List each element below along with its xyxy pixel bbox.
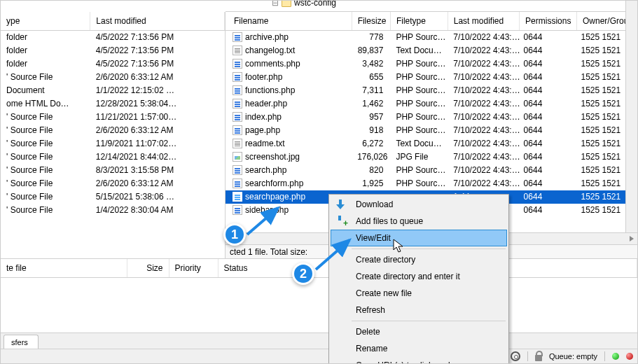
- annotation-arrow-1: [244, 204, 284, 239]
- local-file-list[interactable]: ype Last modified folder4/5/2022 7:13:56…: [1, 12, 226, 258]
- menu-create-directory-enter[interactable]: Create directory and enter it: [331, 268, 507, 285]
- col-filesize[interactable]: Filesize: [352, 12, 390, 31]
- annotation-arrow-2: [313, 236, 355, 274]
- table-row[interactable]: search.php820PHP Sourc…7/10/2022 4:43:…0…: [226, 164, 637, 177]
- php-file-icon: [233, 99, 242, 108]
- table-row[interactable]: index.php957PHP Sourc…7/10/2022 4:43:…06…: [226, 111, 637, 124]
- led-green-icon: [612, 353, 619, 360]
- menu-refresh[interactable]: Refresh: [331, 302, 507, 318]
- table-row[interactable]: archive.php778PHP Sourc…7/10/2022 4:43:……: [226, 31, 637, 44]
- col-last-modified[interactable]: Last modified: [90, 12, 225, 31]
- table-row[interactable]: ome HTML Do…12/28/2021 5:38:04…: [1, 97, 225, 111]
- tree-scrollbar[interactable]: [625, 0, 637, 12]
- php-file-icon: [233, 85, 242, 95]
- table-row[interactable]: header.php1,462PHP Sourc…7/10/2022 4:43:…: [226, 97, 637, 111]
- table-row[interactable]: ' Source File8/3/2021 3:15:58 PM: [1, 164, 225, 177]
- download-icon: [335, 198, 347, 211]
- queue-col-priority[interactable]: Priority: [169, 259, 218, 278]
- col-filetype[interactable]: Filetype: [390, 12, 448, 31]
- table-row[interactable]: folder4/5/2022 7:13:56 PM: [1, 31, 225, 44]
- menu-create-directory[interactable]: Create directory: [331, 251, 507, 268]
- menu-add-files-to-queue[interactable]: Add files to queue: [331, 213, 507, 230]
- gear-icon[interactable]: [511, 351, 520, 361]
- queue-col-file[interactable]: te file: [1, 259, 127, 278]
- table-row[interactable]: changelog.txt89,837Text Docu…7/10/2022 4…: [226, 44, 637, 57]
- table-row[interactable]: comments.php3,482PHP Sourc…7/10/2022 4:4…: [226, 57, 637, 71]
- table-row[interactable]: page.php918PHP Sourc…7/10/2022 4:43:…064…: [226, 124, 637, 137]
- table-row[interactable]: ' Source File12/14/2021 8:44:02…: [1, 150, 225, 164]
- php-file-icon: [233, 125, 242, 135]
- jpg-file-icon: [233, 152, 242, 162]
- table-row[interactable]: ' Source File11/21/2021 1:57:00…: [1, 111, 225, 124]
- menu-download[interactable]: Download: [331, 196, 507, 213]
- context-menu: Download Add files to queue View/Edit Cr…: [328, 194, 509, 364]
- txt-file-icon: [233, 139, 242, 148]
- menu-view-edit[interactable]: View/Edit: [331, 230, 507, 246]
- annotation-callout-1: 1: [223, 223, 246, 246]
- php-file-icon: [233, 72, 242, 82]
- table-row[interactable]: screenshot.jpg176,026JPG File7/10/2022 4…: [226, 150, 637, 164]
- queue-col-size[interactable]: Size: [127, 259, 169, 278]
- table-row[interactable]: ' Source File5/15/2021 5:38:06 …: [1, 190, 225, 204]
- table-row[interactable]: folder4/5/2022 7:13:56 PM: [1, 57, 225, 71]
- table-row[interactable]: functions.php7,311PHP Sourc…7/10/2022 4:…: [226, 84, 637, 97]
- php-file-icon: [233, 165, 242, 175]
- col-last-modified[interactable]: Last modified: [448, 12, 519, 31]
- menu-rename[interactable]: Rename: [331, 340, 507, 357]
- php-file-icon: [233, 59, 242, 69]
- col-filetype[interactable]: ype: [1, 12, 90, 31]
- remote-scrollbar-vertical[interactable]: [625, 12, 637, 232]
- tree-folder-label[interactable]: wstc-config: [294, 0, 336, 8]
- table-row[interactable]: footer.php655PHP Sourc…7/10/2022 4:43:…0…: [226, 71, 637, 84]
- php-file-icon: [233, 178, 242, 188]
- menu-copy-urls[interactable]: Copy URL(s) to clipboard: [331, 357, 507, 364]
- status-bar: Queue: empty: [1, 349, 637, 363]
- table-row[interactable]: folder4/5/2022 7:13:56 PM: [1, 44, 225, 57]
- menu-create-new-file[interactable]: Create new file: [331, 285, 507, 302]
- table-row[interactable]: ' Source File11/9/2021 11:07:02…: [1, 137, 225, 150]
- php-file-icon: [233, 32, 242, 42]
- table-row[interactable]: searchform.php1,925PHP Sourc…7/10/2022 4…: [226, 177, 637, 190]
- led-red-icon: [626, 353, 633, 360]
- col-filename[interactable]: Filename: [226, 12, 352, 31]
- table-row[interactable]: ' Source File2/6/2020 6:33:12 AM: [1, 124, 225, 137]
- table-row[interactable]: ' Source File2/6/2020 6:33:12 AM: [1, 71, 225, 84]
- annotation-callout-2: 2: [292, 262, 314, 285]
- php-file-icon: [233, 192, 242, 202]
- table-row[interactable]: Document1/1/2022 12:15:02 …: [1, 84, 225, 97]
- php-file-icon: [233, 205, 242, 215]
- txt-file-icon: [233, 46, 242, 55]
- queue-status-label: Queue: empty: [549, 352, 597, 360]
- folder-icon: [282, 0, 291, 7]
- tab-transfers[interactable]: sfers: [4, 335, 39, 349]
- table-row[interactable]: readme.txt6,272Text Docu…7/10/2022 4:43:…: [226, 137, 637, 150]
- col-permissions[interactable]: Permissions: [520, 12, 577, 31]
- php-file-icon: [233, 112, 242, 122]
- lock-icon[interactable]: [535, 355, 542, 361]
- bottom-tab-bar: sfers: [1, 332, 637, 349]
- add-queue-icon: [335, 215, 347, 227]
- table-row[interactable]: ' Source File2/6/2020 6:33:12 AM: [1, 177, 225, 190]
- table-row[interactable]: ' Source File1/4/2022 8:30:04 AM: [1, 204, 225, 217]
- menu-delete[interactable]: Delete: [331, 323, 507, 340]
